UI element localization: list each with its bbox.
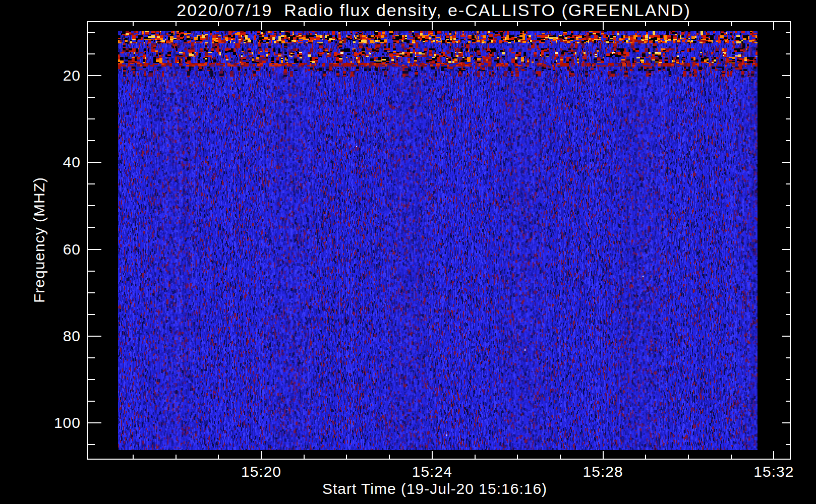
y-axis-right-minor-tick <box>786 183 790 184</box>
y-axis-major-tick <box>88 249 101 250</box>
x-axis-minor-tick <box>731 455 732 459</box>
y-axis-minor-tick <box>88 140 95 141</box>
y-axis-right-minor-tick <box>786 227 790 228</box>
x-axis-major-tick <box>432 451 433 459</box>
y-axis-right-minor-tick <box>786 140 790 141</box>
y-axis-right-minor-tick <box>786 357 790 358</box>
x-axis-top-minor-tick <box>731 22 732 26</box>
x-axis-minor-tick <box>389 455 390 459</box>
x-axis-top-minor-tick <box>560 22 561 26</box>
y-axis-minor-tick <box>88 357 95 358</box>
y-axis-right-minor-tick <box>786 314 790 315</box>
y-axis-right-minor-tick <box>786 32 790 33</box>
x-axis-top-minor-tick <box>176 22 177 26</box>
y-axis-minor-tick <box>88 314 95 315</box>
y-axis-minor-tick <box>88 183 95 184</box>
y-axis-right-minor-tick <box>786 379 790 380</box>
y-axis-major-tick <box>88 422 101 423</box>
y-axis-right-major-tick <box>782 162 790 163</box>
y-axis-right-minor-tick <box>786 271 790 272</box>
x-axis-top-minor-tick <box>346 22 347 26</box>
y-axis-right-minor-tick <box>786 97 790 98</box>
x-axis-minor-tick <box>176 455 177 459</box>
y-axis-major-tick <box>88 336 101 337</box>
y-tick-label: 20 <box>15 68 81 84</box>
x-axis-top-major-tick <box>603 22 604 30</box>
x-axis-major-tick <box>603 451 604 459</box>
y-axis-right-minor-tick <box>786 118 790 119</box>
y-axis-title: Frequency (MHZ) <box>31 177 48 303</box>
y-axis-right-major-tick <box>782 75 790 76</box>
x-axis-minor-tick <box>560 455 561 459</box>
x-axis-minor-tick <box>688 455 689 459</box>
x-axis-minor-tick <box>645 455 646 459</box>
y-tick-label: 100 <box>15 415 81 431</box>
x-axis-top-major-tick <box>432 22 433 30</box>
y-axis-right-major-tick <box>782 249 790 250</box>
x-axis-top-minor-tick <box>389 22 390 26</box>
spectrogram-page: 2020/07/19 Radio flux density, e-CALLIST… <box>0 0 816 504</box>
x-axis-title: Start Time (19-Jul-20 15:16:16) <box>322 480 547 497</box>
y-axis-right-minor-tick <box>786 292 790 293</box>
x-axis-minor-tick <box>517 455 518 459</box>
y-tick-label: 60 <box>15 241 81 258</box>
y-axis-right-major-tick <box>782 422 790 423</box>
x-tick-label: 15:20 <box>221 463 302 480</box>
x-axis-top-major-tick <box>773 22 774 30</box>
x-axis-minor-tick <box>346 455 347 459</box>
y-axis-minor-tick <box>88 97 95 98</box>
x-axis-minor-tick <box>304 455 305 459</box>
x-tick-label: 15:32 <box>733 463 814 480</box>
y-tick-label: 40 <box>15 154 81 170</box>
y-axis-minor-tick <box>88 227 95 228</box>
y-tick-label: 80 <box>15 328 81 344</box>
x-axis-top-major-tick <box>261 22 262 30</box>
y-axis-minor-tick <box>88 53 95 54</box>
y-axis-right-minor-tick <box>786 53 790 54</box>
y-axis-minor-tick <box>88 118 95 119</box>
x-tick-label: 15:28 <box>563 463 644 480</box>
y-axis-minor-tick <box>88 401 95 402</box>
y-axis-major-tick <box>88 75 101 76</box>
x-axis-top-minor-tick <box>645 22 646 26</box>
y-axis-minor-tick <box>88 205 95 206</box>
x-axis-major-tick <box>261 451 262 459</box>
x-axis-top-minor-tick <box>304 22 305 26</box>
y-axis-minor-tick <box>88 444 95 445</box>
y-axis-minor-tick <box>88 292 95 293</box>
x-axis-top-minor-tick <box>475 22 476 26</box>
x-axis-top-minor-tick <box>218 22 219 26</box>
chart-title: 2020/07/19 Radio flux density, e-CALLIST… <box>177 1 691 20</box>
x-axis-top-minor-tick <box>688 22 689 26</box>
y-axis-right-major-tick <box>782 336 790 337</box>
y-axis-right-minor-tick <box>786 205 790 206</box>
x-axis-major-tick <box>773 451 774 459</box>
spectrogram-heatmap <box>118 31 757 450</box>
y-axis-major-tick <box>88 162 101 163</box>
x-axis-minor-tick <box>218 455 219 459</box>
y-axis-right-minor-tick <box>786 444 790 445</box>
x-axis-top-minor-tick <box>133 22 134 26</box>
x-axis-top-minor-tick <box>517 22 518 26</box>
x-tick-label: 15:24 <box>392 463 473 480</box>
y-axis-minor-tick <box>88 379 95 380</box>
y-axis-minor-tick <box>88 271 95 272</box>
y-axis-minor-tick <box>88 32 95 33</box>
x-axis-minor-tick <box>133 455 134 459</box>
y-axis-right-minor-tick <box>786 401 790 402</box>
x-axis-minor-tick <box>475 455 476 459</box>
